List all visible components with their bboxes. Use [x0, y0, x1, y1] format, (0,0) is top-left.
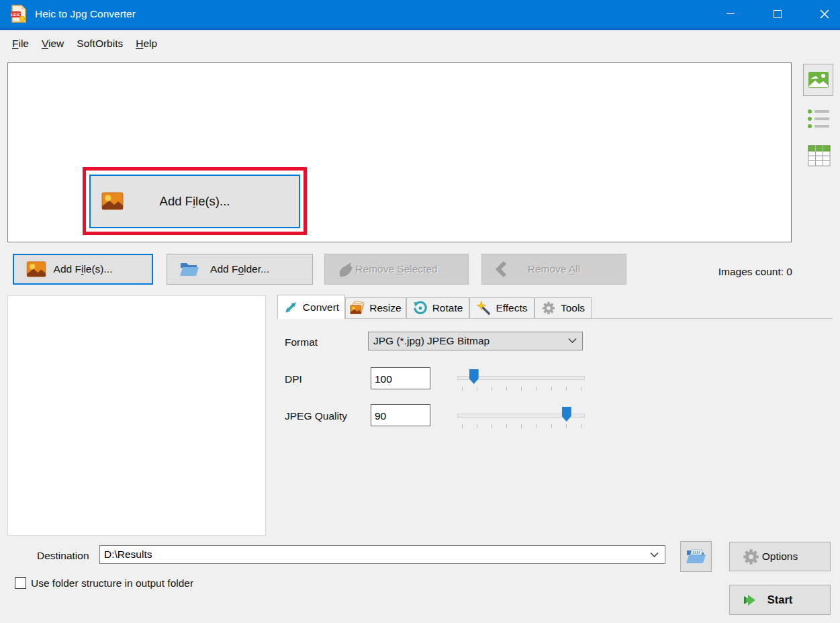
magic-wand-icon — [476, 301, 491, 316]
thumbnail-view-icon — [808, 71, 829, 89]
folder-add-icon — [179, 261, 199, 278]
tabstrip-divider — [277, 318, 833, 319]
minimize-button[interactable] — [715, 0, 746, 28]
menu-file[interactable]: File — [7, 36, 34, 52]
use-folder-structure-checkbox[interactable] — [15, 577, 26, 589]
chevron-down-icon[interactable] — [650, 552, 659, 558]
gear-icon — [742, 548, 760, 566]
dpi-slider-thumb[interactable] — [469, 369, 479, 384]
format-label: Format — [285, 336, 318, 348]
image-icon — [101, 192, 124, 210]
remove-all-button[interactable]: Remove All — [481, 254, 626, 285]
svg-text:HEIC: HEIC — [11, 13, 21, 17]
close-icon — [819, 9, 830, 19]
folder-browse-icon — [686, 548, 706, 565]
add-folder-label: Add Folder... — [210, 263, 269, 275]
start-label: Start — [767, 593, 793, 606]
remove-selected-button[interactable]: Remove Selected — [324, 254, 469, 285]
destination-label: Destination — [37, 550, 89, 562]
convert-arrows-icon — [283, 300, 298, 315]
table-view-button[interactable] — [807, 142, 831, 168]
jpeg-quality-label: JPEG Quality — [285, 410, 347, 422]
tab-effects-label: Effects — [496, 302, 527, 314]
maximize-icon — [774, 10, 782, 18]
eraser-icon — [337, 260, 355, 279]
tab-convert-label: Convert — [303, 301, 339, 314]
tab-tools-label: Tools — [561, 302, 585, 314]
tab-effects[interactable]: Effects — [469, 297, 534, 318]
titlebar: HEIC Heic to Jpg Converter — [0, 0, 840, 30]
list-view-button[interactable] — [806, 106, 832, 132]
close-button[interactable] — [809, 0, 840, 28]
gear-icon — [541, 301, 556, 316]
jpeg-quality-slider-track[interactable] — [457, 414, 585, 418]
menubar: File View SoftOrbits Help — [0, 33, 840, 54]
options-button[interactable]: Options — [729, 542, 831, 571]
tab-rotate-label: Rotate — [432, 302, 463, 314]
remove-all-label: Remove All — [528, 263, 580, 275]
tab-convert[interactable]: Convert — [277, 295, 345, 319]
start-arrow-icon — [742, 592, 761, 608]
images-count-label: Images count: 0 — [671, 266, 792, 278]
menu-softorbits[interactable]: SoftOrbits — [71, 36, 128, 52]
destination-input[interactable] — [100, 548, 650, 561]
jpeg-quality-slider-ticks — [462, 424, 581, 428]
start-button[interactable]: Start — [729, 585, 831, 615]
chevron-left-icon — [494, 260, 509, 278]
table-view-icon — [808, 143, 831, 167]
menu-help[interactable]: Help — [130, 36, 162, 52]
use-folder-structure-label: Use folder structure in output folder — [31, 577, 193, 589]
options-label: Options — [762, 550, 798, 563]
maximize-button[interactable] — [762, 0, 793, 28]
tab-resize-label: Resize — [369, 302, 401, 314]
destination-combobox[interactable] — [99, 545, 665, 564]
browse-folder-button[interactable] — [680, 541, 712, 572]
chevron-down-icon — [568, 338, 577, 344]
add-files-label: Add File(s)... — [54, 263, 113, 275]
tab-rotate[interactable]: Rotate — [406, 297, 469, 318]
add-files-button[interactable]: Add File(s)... — [13, 254, 153, 285]
window-title: Heic to Jpg Converter — [35, 8, 136, 20]
minimize-icon — [727, 13, 735, 14]
tab-resize[interactable]: Resize — [345, 297, 406, 318]
image-icon — [26, 261, 46, 277]
dpi-label: DPI — [285, 373, 302, 385]
heic-file-icon: HEIC — [9, 5, 28, 23]
preview-panel — [7, 295, 266, 536]
add-files-big-button[interactable]: Add File(s)... — [89, 175, 300, 228]
resize-photos-icon — [350, 301, 365, 316]
menu-view[interactable]: View — [36, 36, 69, 52]
tab-tools[interactable]: Tools — [534, 297, 592, 318]
jpeg-quality-slider-thumb[interactable] — [562, 407, 571, 422]
format-dropdown[interactable]: JPG (*.jpg) JPEG Bitmap — [368, 332, 583, 350]
dpi-slider-ticks — [462, 387, 581, 391]
thumbnail-view-button[interactable] — [803, 64, 833, 96]
dpi-slider-track[interactable] — [457, 376, 585, 380]
format-value: JPG (*.jpg) JPEG Bitmap — [373, 335, 489, 347]
remove-selected-label: Remove Selected — [355, 263, 437, 275]
rotate-icon — [413, 301, 428, 316]
add-files-big-label: Add File(s)... — [160, 194, 230, 209]
dpi-input[interactable] — [371, 367, 430, 389]
jpeg-quality-input[interactable] — [371, 404, 430, 426]
list-view-icon — [807, 107, 831, 130]
add-folder-button[interactable]: Add Folder... — [167, 254, 313, 285]
